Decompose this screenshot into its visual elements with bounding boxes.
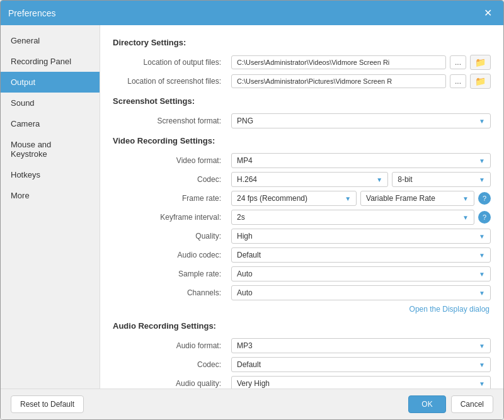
keyframe-label: Keyframe interval: xyxy=(113,213,226,222)
dialog-title: Preferences xyxy=(8,8,55,18)
audio-codec-chevron: ▼ xyxy=(479,252,485,259)
frame-rate-chevron: ▼ xyxy=(345,195,351,202)
screenshot-format-chevron: ▼ xyxy=(479,118,485,125)
footer: Reset to Default OK Cancel xyxy=(1,389,503,419)
video-channels-chevron: ▼ xyxy=(479,290,485,297)
video-format-label: Video format: xyxy=(113,156,226,165)
audio-codec-chevron-2: ▼ xyxy=(479,361,485,368)
output-files-label: Location of output files: xyxy=(113,58,226,67)
audio-format-label: Audio format: xyxy=(113,341,226,350)
audio-quality-chevron: ▼ xyxy=(479,380,485,387)
sidebar-item-sound[interactable]: Sound xyxy=(1,93,100,113)
codec-value: H.264 ▼ 8-bit ▼ xyxy=(231,172,491,187)
screenshot-files-label: Location of screenshot files: xyxy=(113,77,226,86)
video-format-chevron: ▼ xyxy=(479,157,485,164)
folder-icon-2: 📁 xyxy=(475,76,486,86)
cancel-button[interactable]: Cancel xyxy=(451,395,493,413)
frame-rate-dropdown[interactable]: 24 fps (Recommend) ▼ xyxy=(231,191,357,206)
audio-quality-label: Audio quality: xyxy=(113,379,226,388)
sidebar-item-recording-panel[interactable]: Recording Panel xyxy=(1,51,100,72)
video-settings-title: Video Recording Settings: xyxy=(113,136,491,145)
audio-quality-dropdown[interactable]: Very High ▼ xyxy=(231,376,491,389)
ok-button[interactable]: OK xyxy=(408,395,445,413)
frame-rate-help-button[interactable]: ? xyxy=(478,192,491,205)
quality-dropdown[interactable]: High ▼ xyxy=(231,229,491,244)
video-settings-grid: Video format: MP4 ▼ Codec: H.264 ▼ xyxy=(113,153,491,314)
video-channels-value: Auto ▼ xyxy=(231,285,491,300)
sidebar-item-output[interactable]: Output xyxy=(1,72,100,93)
screenshot-files-value: C:\Users\Administrator\Pictures\Vidmore … xyxy=(231,74,491,89)
screenshot-settings-title: Screenshot Settings: xyxy=(113,96,491,106)
audio-codec-label: Audio codec: xyxy=(113,251,226,259)
keyframe-chevron: ▼ xyxy=(462,214,469,221)
content-area: General Recording Panel Output Sound Cam… xyxy=(1,25,503,389)
sidebar-item-hotkeys[interactable]: Hotkeys xyxy=(1,164,100,185)
audio-settings-title: Audio Recording Settings: xyxy=(113,321,491,331)
codec-dropdown[interactable]: H.264 ▼ xyxy=(231,172,388,187)
frame-rate-value: 24 fps (Recommend) ▼ Variable Frame Rate… xyxy=(231,191,491,206)
audio-codec-dropdown[interactable]: Default ▼ xyxy=(231,247,491,263)
reset-to-default-button[interactable]: Reset to Default xyxy=(11,395,84,413)
screenshot-format-value: PNG ▼ xyxy=(231,113,491,128)
footer-buttons: OK Cancel xyxy=(408,395,493,413)
output-files-folder-button[interactable]: 📁 xyxy=(470,55,491,70)
codec-chevron: ▼ xyxy=(376,176,382,183)
directory-settings-grid: Location of output files: C:\Users\Admin… xyxy=(113,55,491,89)
folder-icon: 📁 xyxy=(475,57,486,67)
audio-codec-value: Default ▼ xyxy=(231,247,491,263)
video-format-dropdown[interactable]: MP4 ▼ xyxy=(231,153,491,168)
video-sample-rate-value: Auto ▼ xyxy=(231,266,491,281)
screenshot-files-path[interactable]: C:\Users\Administrator\Pictures\Vidmore … xyxy=(231,74,446,88)
video-sample-rate-chevron: ▼ xyxy=(479,271,485,278)
screenshot-settings-grid: Screenshot format: PNG ▼ xyxy=(113,113,491,128)
audio-codec-value-2: Default ▼ xyxy=(231,357,491,372)
sidebar-item-general[interactable]: General xyxy=(1,30,100,51)
sidebar: General Recording Panel Output Sound Cam… xyxy=(1,25,100,389)
directory-settings-title: Directory Settings: xyxy=(113,38,491,47)
video-channels-dropdown[interactable]: Auto ▼ xyxy=(231,285,491,300)
display-dialog-link[interactable]: Open the Display dialog xyxy=(410,305,490,314)
screenshot-files-folder-button[interactable]: 📁 xyxy=(470,74,491,89)
screenshot-format-label: Screenshot format: xyxy=(113,116,226,125)
audio-format-dropdown[interactable]: MP3 ▼ xyxy=(231,338,491,353)
screenshot-format-dropdown[interactable]: PNG ▼ xyxy=(231,113,491,128)
quality-chevron: ▼ xyxy=(479,233,485,240)
audio-format-value: MP3 ▼ xyxy=(231,338,491,353)
frame-rate-label: Frame rate: xyxy=(113,194,226,203)
close-button[interactable]: ✕ xyxy=(480,6,496,20)
sidebar-item-more[interactable]: More xyxy=(1,185,100,206)
audio-format-chevron: ▼ xyxy=(479,343,485,349)
sidebar-item-mouse-keystroke[interactable]: Mouse and Keystroke xyxy=(1,134,100,164)
frame-rate-mode-dropdown[interactable]: Variable Frame Rate ▼ xyxy=(360,191,474,206)
audio-settings-grid: Audio format: MP3 ▼ Codec: Default ▼ xyxy=(113,338,491,389)
video-sample-rate-label: Sample rate: xyxy=(113,270,226,278)
sidebar-item-camera[interactable]: Camera xyxy=(1,113,100,134)
keyframe-dropdown[interactable]: 2s ▼ xyxy=(231,210,474,225)
bit-depth-chevron: ▼ xyxy=(479,176,485,183)
codec-label: Codec: xyxy=(113,175,226,184)
title-bar: Preferences ✕ xyxy=(1,1,503,25)
video-format-value: MP4 ▼ xyxy=(231,153,491,168)
output-files-path[interactable]: C:\Users\Administrator\Videos\Vidmore Sc… xyxy=(231,55,446,69)
screenshot-files-dots-button[interactable]: ... xyxy=(450,74,466,88)
audio-codec-label-2: Codec: xyxy=(113,360,226,369)
video-sample-rate-dropdown[interactable]: Auto ▼ xyxy=(231,266,491,281)
audio-quality-value: Very High ▼ xyxy=(231,376,491,389)
quality-value: High ▼ xyxy=(231,229,491,244)
main-content: Directory Settings: Location of output f… xyxy=(100,25,503,389)
keyframe-help-button[interactable]: ? xyxy=(478,211,491,224)
output-files-value: C:\Users\Administrator\Videos\Vidmore Sc… xyxy=(231,55,491,70)
frame-rate-mode-chevron: ▼ xyxy=(462,195,469,202)
output-files-dots-button[interactable]: ... xyxy=(450,55,466,69)
display-dialog-row: Open the Display dialog xyxy=(113,304,491,314)
quality-label: Quality: xyxy=(113,232,226,241)
keyframe-value: 2s ▼ ? xyxy=(231,210,491,225)
video-channels-label: Channels: xyxy=(113,288,226,297)
audio-codec-dropdown-2[interactable]: Default ▼ xyxy=(231,357,491,372)
bit-depth-dropdown[interactable]: 8-bit ▼ xyxy=(392,172,491,187)
